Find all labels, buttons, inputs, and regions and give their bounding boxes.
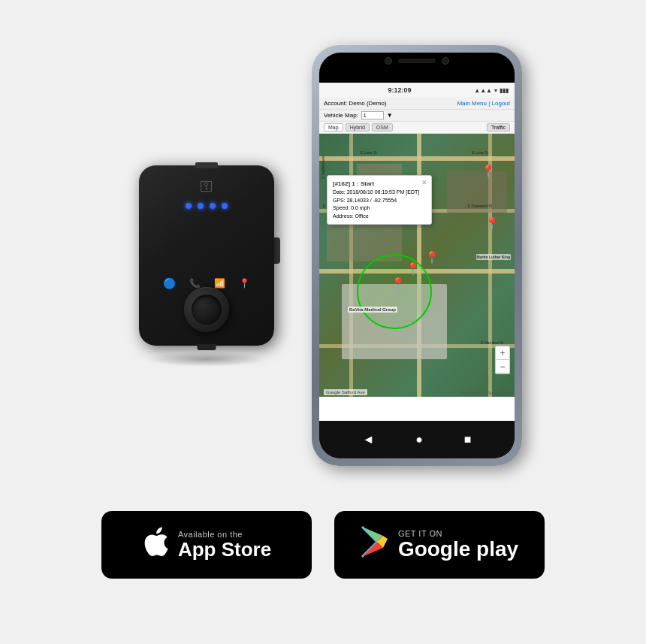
tab-hybrid[interactable]: Hybrid bbox=[346, 123, 370, 132]
vehicle-map-input[interactable] bbox=[361, 111, 384, 119]
device-side-button bbox=[274, 237, 280, 264]
usb-icon: ⚿ bbox=[200, 179, 213, 195]
account-label: Account: Demo (Demo) bbox=[324, 100, 387, 107]
logout-link[interactable]: Logout bbox=[492, 100, 510, 107]
devices-section: ⚿ 🔵 📞 📶 📍 bbox=[0, 0, 646, 496]
marker-yellow-1: 📍 bbox=[406, 262, 421, 276]
map-label-davita: DaVita Medical Group bbox=[348, 307, 397, 313]
map-tabs: Map Hybrid OSM Traffic bbox=[319, 122, 515, 134]
map-footer-label: Google Safford Ave bbox=[324, 389, 367, 395]
map-area: DaVita Medical Group Martin Luther King … bbox=[319, 134, 515, 397]
smartphone: 9:12:09 ▲▲▲ ▾ ▮▮▮ Account: Demo (Demo) bbox=[312, 45, 522, 466]
phone-screen: 9:12:09 ▲▲▲ ▾ ▮▮▮ Account: Demo (Demo) bbox=[319, 83, 515, 421]
led-1 bbox=[186, 203, 192, 209]
marker-yellow-3: 📍 bbox=[481, 164, 496, 178]
map-terms: Map Data 50 m Terms of Use bbox=[461, 391, 510, 395]
badges-section: Available on the App Store GET IT ON Goo… bbox=[0, 496, 646, 594]
street-label-lime2: E Lime St bbox=[472, 150, 488, 155]
street-label-oakwood2: E Oakwood St bbox=[468, 204, 492, 208]
phone-icon: 📞 bbox=[189, 278, 201, 289]
map-scale-label: Map Data 50 m bbox=[461, 391, 487, 395]
app-store-badge[interactable]: Available on the App Store bbox=[101, 511, 312, 579]
google-play-text: GET IT ON Google play bbox=[398, 529, 518, 561]
street-label-lime: E Lime St bbox=[361, 150, 377, 155]
google-play-title: Google play bbox=[398, 538, 518, 561]
led-2 bbox=[198, 203, 204, 209]
gps-tracker-device: ⚿ 🔵 📞 📶 📍 bbox=[124, 165, 289, 376]
led-3 bbox=[210, 203, 216, 209]
map-label-mlk: Martin Luther King bbox=[476, 254, 511, 260]
nav-back-button[interactable]: ◄ bbox=[362, 433, 374, 446]
popup-speed: Speed: 0.0 mph bbox=[333, 204, 426, 213]
street-label-safford: S Safford Ave bbox=[321, 156, 325, 179]
led-4 bbox=[222, 203, 228, 209]
dropdown-arrow[interactable]: ▼ bbox=[387, 112, 393, 119]
popup-address: Address: Office bbox=[333, 213, 426, 221]
popup-date: Date: 2018/08/10 06:19:53 PM [EDT] bbox=[333, 189, 426, 197]
bluetooth-icon: 🔵 bbox=[163, 277, 176, 289]
location-icon: 📍 bbox=[239, 278, 250, 289]
phone-top-bar bbox=[385, 57, 449, 65]
popup-gps: GPS: 28.14033 / -82.75554 bbox=[333, 197, 426, 205]
sensor bbox=[442, 57, 449, 65]
map-info-popup: ✕ [#162] 1 : Start Date: 2018/08/10 06:1… bbox=[327, 175, 432, 225]
zoom-in-button[interactable]: + bbox=[496, 346, 509, 360]
marker-green: 📍 bbox=[484, 216, 500, 231]
phone-inner: 9:12:09 ▲▲▲ ▾ ▮▮▮ Account: Demo (Demo) bbox=[319, 53, 515, 458]
vehicle-map-label: Vehicle Map: bbox=[324, 112, 358, 119]
front-camera bbox=[385, 57, 392, 65]
phone-speaker bbox=[398, 59, 436, 63]
status-icons: ▲▲▲ ▾ ▮▮▮ bbox=[474, 87, 509, 94]
zoom-out-button[interactable]: − bbox=[496, 360, 509, 373]
geofence-circle bbox=[357, 254, 432, 329]
device-connector bbox=[198, 344, 216, 350]
wifi-icon: 📶 bbox=[214, 278, 225, 289]
main-menu-link[interactable]: Main Menu bbox=[457, 100, 487, 107]
phone-outer: 9:12:09 ▲▲▲ ▾ ▮▮▮ Account: Demo (Demo) bbox=[312, 45, 522, 466]
street-label-harrison: E Harrison St bbox=[481, 340, 503, 345]
map-zoom-controls: + − bbox=[495, 346, 510, 374]
app-store-title: App Store bbox=[178, 539, 271, 561]
device-body: ⚿ 🔵 📞 📶 📍 bbox=[139, 165, 274, 346]
google-play-icon bbox=[361, 526, 389, 564]
popup-close-button[interactable]: ✕ bbox=[421, 178, 427, 189]
nav-links[interactable]: Main Menu | Logout bbox=[457, 100, 510, 107]
status-bar: 9:12:09 ▲▲▲ ▾ ▮▮▮ bbox=[319, 83, 515, 98]
marker-red: 📍 bbox=[391, 277, 406, 291]
app-store-text: Available on the App Store bbox=[178, 530, 271, 561]
status-time: 9:12:09 bbox=[388, 86, 412, 94]
vehicle-map-row: Vehicle Map: ▼ bbox=[319, 110, 515, 122]
phone-navigation-bar: ◄ ● ■ bbox=[319, 421, 515, 458]
app-header: Account: Demo (Demo) Main Menu | Logout bbox=[319, 98, 515, 110]
page: ⚿ 🔵 📞 📶 📍 bbox=[0, 0, 646, 644]
traffic-button[interactable]: Traffic bbox=[487, 123, 510, 132]
google-play-subtitle: GET IT ON bbox=[398, 529, 518, 538]
device-center-button[interactable] bbox=[184, 287, 229, 332]
nav-home-button[interactable]: ● bbox=[415, 433, 423, 446]
marker-yellow-2: 📍 bbox=[424, 250, 439, 265]
apple-icon bbox=[142, 525, 169, 565]
nav-recent-button[interactable]: ■ bbox=[464, 433, 472, 446]
device-shadow bbox=[146, 352, 267, 367]
device-usb-port bbox=[195, 162, 218, 168]
battery-icon: ▮▮▮ bbox=[500, 87, 509, 94]
signal-icon: ▲▲▲ bbox=[474, 87, 492, 94]
wifi-status-icon: ▾ bbox=[494, 87, 497, 94]
terms-of-use: Terms of Use bbox=[488, 391, 510, 395]
popup-title: [#162] 1 : Start bbox=[333, 180, 426, 189]
device-leds bbox=[186, 203, 228, 209]
google-play-badge[interactable]: GET IT ON Google play bbox=[334, 511, 545, 579]
app-store-subtitle: Available on the bbox=[178, 530, 271, 539]
tab-osm[interactable]: OSM bbox=[372, 123, 393, 132]
tab-map[interactable]: Map bbox=[324, 123, 343, 132]
